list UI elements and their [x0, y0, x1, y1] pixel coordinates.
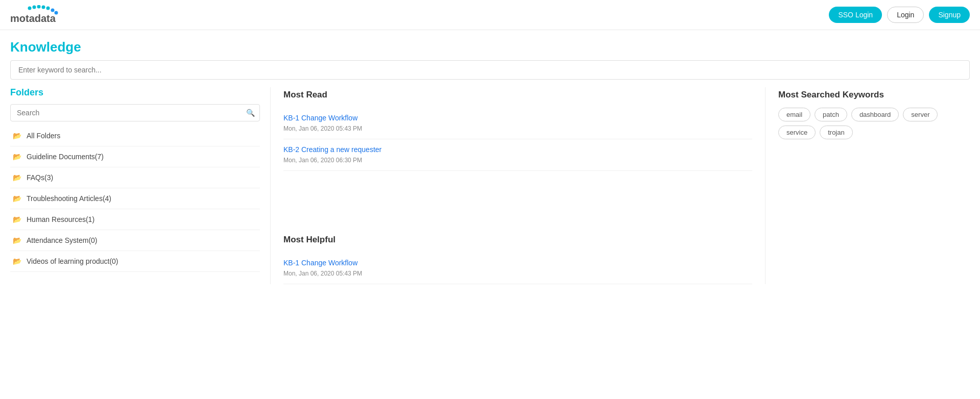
article-link-helpful-kb1[interactable]: KB-1 Change Workflow: [283, 259, 752, 267]
most-helpful-title: Most Helpful: [283, 235, 752, 245]
sso-login-button[interactable]: SSO Login: [829, 7, 882, 23]
folder-item-faqs[interactable]: 📂 FAQs(3): [10, 167, 260, 188]
article-item: KB-1 Change Workflow Mon, Jan 06, 2020 0…: [283, 108, 752, 139]
keyword-tag-service[interactable]: service: [778, 126, 816, 139]
folder-icon: 📂: [13, 257, 21, 265]
folder-icon: 📂: [13, 236, 21, 244]
folder-label: Troubleshooting Articles(4): [27, 194, 111, 203]
svg-point-2: [37, 5, 41, 9]
folder-icon: 📂: [13, 194, 21, 203]
article-item: KB-2 Creating a new requester Mon, Jan 0…: [283, 139, 752, 171]
keyword-tag-patch[interactable]: patch: [815, 108, 847, 121]
logo: motadata: [10, 5, 73, 24]
right-panel: Most Searched Keywords email patch dashb…: [766, 87, 970, 284]
folder-item-attendance[interactable]: 📂 Attendance System(0): [10, 230, 260, 251]
folder-label: FAQs(3): [27, 173, 53, 182]
folder-label: Attendance System(0): [27, 236, 98, 244]
folder-search-container: 🔍: [10, 104, 260, 121]
folder-search-input[interactable]: [10, 104, 260, 121]
keyword-tag-trojan[interactable]: trojan: [820, 126, 853, 139]
folder-label: Human Resources(1): [27, 215, 94, 223]
keyword-tag-dashboard[interactable]: dashboard: [851, 108, 899, 121]
article-item: KB-1 Change Workflow Mon, Jan 06, 2020 0…: [283, 253, 752, 284]
svg-point-4: [46, 7, 50, 10]
keyword-tag-email[interactable]: email: [778, 108, 810, 121]
folder-icon: 📂: [13, 215, 21, 223]
keywords-list: email patch dashboard server service tro…: [778, 108, 970, 139]
svg-point-0: [28, 7, 32, 10]
folders-title: Folders: [10, 87, 260, 98]
header: motadata SSO Login Login Signup: [0, 0, 980, 30]
article-link-kb1[interactable]: KB-1 Change Workflow: [283, 114, 752, 122]
svg-point-3: [42, 6, 45, 9]
svg-point-1: [33, 6, 36, 9]
folder-item-all[interactable]: 📂 All Folders: [10, 126, 260, 146]
folder-search-icon: 🔍: [246, 109, 255, 117]
article-date: Mon, Jan 06, 2020 05:43 PM: [283, 270, 362, 277]
svg-point-5: [51, 9, 55, 12]
article-date: Mon, Jan 06, 2020 05:43 PM: [283, 125, 362, 132]
folder-icon: 📂: [13, 153, 21, 161]
main-content: Folders 🔍 📂 All Folders 📂 Guideline Docu…: [0, 87, 980, 284]
global-search-input[interactable]: [10, 60, 970, 80]
folder-item-hr[interactable]: 📂 Human Resources(1): [10, 209, 260, 230]
folder-label: Videos of learning product(0): [27, 257, 118, 265]
folder-label: Guideline Documents(7): [27, 153, 104, 161]
svg-text:motadata: motadata: [10, 13, 56, 24]
article-date: Mon, Jan 06, 2020 06:30 PM: [283, 157, 362, 164]
middle-panel: Most Read KB-1 Change Workflow Mon, Jan …: [271, 87, 766, 284]
keyword-tag-server[interactable]: server: [903, 108, 938, 121]
article-link-kb2[interactable]: KB-2 Creating a new requester: [283, 145, 752, 154]
folder-icon: 📂: [13, 173, 21, 182]
folder-icon: 📂: [13, 132, 21, 140]
global-search-container: [0, 60, 980, 87]
folders-panel: Folders 🔍 📂 All Folders 📂 Guideline Docu…: [10, 87, 271, 284]
login-button[interactable]: Login: [887, 7, 924, 23]
folder-item-guideline[interactable]: 📂 Guideline Documents(7): [10, 146, 260, 167]
signup-button[interactable]: Signup: [929, 7, 970, 23]
page-title: Knowledge: [0, 30, 980, 60]
folder-item-videos[interactable]: 📂 Videos of learning product(0): [10, 251, 260, 272]
folder-item-troubleshooting[interactable]: 📂 Troubleshooting Articles(4): [10, 188, 260, 209]
most-searched-title: Most Searched Keywords: [778, 90, 970, 100]
most-read-title: Most Read: [283, 90, 752, 100]
header-buttons: SSO Login Login Signup: [829, 7, 970, 23]
folder-label: All Folders: [27, 132, 60, 140]
logo-icon: motadata: [10, 5, 71, 24]
